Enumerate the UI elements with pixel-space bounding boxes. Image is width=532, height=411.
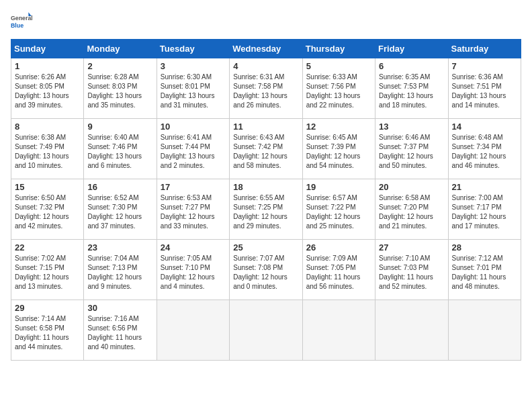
cell-content: Sunrise: 7:12 AMSunset: 7:01 PMDaylight:… — [452, 254, 517, 291]
day-number: 20 — [379, 182, 444, 192]
cell-content: Sunrise: 6:26 AMSunset: 8:05 PMDaylight:… — [15, 73, 80, 110]
day-number: 29 — [15, 303, 80, 313]
calendar-cell: 13Sunrise: 6:46 AMSunset: 7:37 PMDayligh… — [375, 119, 448, 179]
day-number: 6 — [379, 61, 444, 71]
calendar-cell: 29Sunrise: 7:14 AMSunset: 6:58 PMDayligh… — [11, 300, 84, 361]
svg-marker-2 — [28, 12, 31, 16]
cell-content: Sunrise: 6:45 AMSunset: 7:39 PMDaylight:… — [306, 133, 371, 171]
day-number: 3 — [161, 61, 226, 71]
calendar-cell: 6Sunrise: 6:35 AMSunset: 7:53 PMDaylight… — [375, 58, 448, 119]
day-header-saturday: Saturday — [448, 40, 521, 58]
day-number: 15 — [15, 182, 80, 192]
cell-content: Sunrise: 7:07 AMSunset: 7:08 PMDaylight:… — [233, 254, 298, 291]
calendar-cell: 23Sunrise: 7:04 AMSunset: 7:13 PMDayligh… — [84, 240, 157, 300]
day-number: 4 — [233, 61, 298, 71]
calendar-cell — [157, 300, 229, 361]
calendar-cell: 14Sunrise: 6:48 AMSunset: 7:34 PMDayligh… — [448, 119, 521, 179]
cell-content: Sunrise: 6:52 AMSunset: 7:30 PMDaylight:… — [87, 193, 152, 231]
calendar-cell: 12Sunrise: 6:45 AMSunset: 7:39 PMDayligh… — [302, 119, 375, 179]
calendar-cell: 2Sunrise: 6:28 AMSunset: 8:03 PMDaylight… — [84, 58, 157, 119]
calendar-cell — [230, 300, 302, 361]
cell-content: Sunrise: 6:31 AMSunset: 7:58 PMDaylight:… — [233, 73, 298, 110]
calendar-cell: 4Sunrise: 6:31 AMSunset: 7:58 PMDaylight… — [230, 58, 302, 119]
day-number: 11 — [233, 122, 298, 132]
day-number: 10 — [161, 122, 226, 132]
calendar-header-row: SundayMondayTuesdayWednesdayThursdayFrid… — [11, 40, 521, 58]
day-number: 25 — [233, 242, 298, 253]
cell-content: Sunrise: 7:16 AMSunset: 6:56 PMDaylight:… — [87, 314, 152, 352]
calendar-table: SundayMondayTuesdayWednesdayThursdayFrid… — [11, 39, 521, 361]
cell-content: Sunrise: 6:33 AMSunset: 7:56 PMDaylight:… — [306, 73, 371, 110]
day-number: 2 — [87, 61, 152, 71]
calendar-cell: 30Sunrise: 7:16 AMSunset: 6:56 PMDayligh… — [84, 300, 157, 361]
cell-content: Sunrise: 6:40 AMSunset: 7:46 PMDaylight:… — [87, 133, 152, 171]
cell-content: Sunrise: 6:58 AMSunset: 7:20 PMDaylight:… — [379, 193, 444, 231]
logo-icon: General Blue — [11, 11, 32, 32]
calendar-cell: 17Sunrise: 6:53 AMSunset: 7:27 PMDayligh… — [157, 179, 229, 240]
calendar-cell: 22Sunrise: 7:02 AMSunset: 7:15 PMDayligh… — [11, 240, 84, 300]
day-header-tuesday: Tuesday — [157, 40, 229, 58]
day-number: 12 — [306, 122, 371, 132]
day-number: 24 — [161, 242, 226, 253]
cell-content: Sunrise: 6:36 AMSunset: 7:51 PMDaylight:… — [452, 73, 517, 110]
cell-content: Sunrise: 7:00 AMSunset: 7:17 PMDaylight:… — [452, 193, 517, 231]
calendar-cell: 15Sunrise: 6:50 AMSunset: 7:32 PMDayligh… — [11, 179, 84, 240]
cell-content: Sunrise: 7:09 AMSunset: 7:05 PMDaylight:… — [306, 254, 371, 291]
cell-content: Sunrise: 6:53 AMSunset: 7:27 PMDaylight:… — [161, 193, 226, 231]
cell-content: Sunrise: 7:10 AMSunset: 7:03 PMDaylight:… — [379, 254, 444, 291]
calendar-cell: 21Sunrise: 7:00 AMSunset: 7:17 PMDayligh… — [448, 179, 521, 240]
calendar-cell: 28Sunrise: 7:12 AMSunset: 7:01 PMDayligh… — [448, 240, 521, 300]
calendar-cell: 10Sunrise: 6:41 AMSunset: 7:44 PMDayligh… — [157, 119, 229, 179]
cell-content: Sunrise: 7:02 AMSunset: 7:15 PMDaylight:… — [15, 254, 80, 291]
cell-content: Sunrise: 6:30 AMSunset: 8:01 PMDaylight:… — [161, 73, 226, 110]
calendar-cell: 27Sunrise: 7:10 AMSunset: 7:03 PMDayligh… — [375, 240, 448, 300]
cell-content: Sunrise: 7:05 AMSunset: 7:10 PMDaylight:… — [161, 254, 226, 291]
day-number: 14 — [452, 122, 517, 132]
cell-content: Sunrise: 6:35 AMSunset: 7:53 PMDaylight:… — [379, 73, 444, 110]
calendar-cell — [448, 300, 521, 361]
day-header-sunday: Sunday — [11, 40, 84, 58]
day-header-wednesday: Wednesday — [230, 40, 302, 58]
day-number: 21 — [452, 182, 517, 192]
day-number: 5 — [306, 61, 371, 71]
cell-content: Sunrise: 6:43 AMSunset: 7:42 PMDaylight:… — [233, 133, 298, 171]
cell-content: Sunrise: 6:41 AMSunset: 7:44 PMDaylight:… — [161, 133, 226, 171]
calendar-cell: 18Sunrise: 6:55 AMSunset: 7:25 PMDayligh… — [230, 179, 302, 240]
cell-content: Sunrise: 6:48 AMSunset: 7:34 PMDaylight:… — [452, 133, 517, 171]
day-number: 19 — [306, 182, 371, 192]
day-number: 16 — [87, 182, 152, 192]
calendar-cell: 19Sunrise: 6:57 AMSunset: 7:22 PMDayligh… — [302, 179, 375, 240]
day-number: 1 — [15, 61, 80, 71]
day-number: 30 — [87, 303, 152, 313]
calendar-cell: 16Sunrise: 6:52 AMSunset: 7:30 PMDayligh… — [84, 179, 157, 240]
calendar-cell: 11Sunrise: 6:43 AMSunset: 7:42 PMDayligh… — [230, 119, 302, 179]
cell-content: Sunrise: 6:50 AMSunset: 7:32 PMDaylight:… — [15, 193, 80, 231]
day-header-thursday: Thursday — [302, 40, 375, 58]
calendar-week-row: 15Sunrise: 6:50 AMSunset: 7:32 PMDayligh… — [11, 179, 521, 240]
cell-content: Sunrise: 6:57 AMSunset: 7:22 PMDaylight:… — [306, 193, 371, 231]
svg-text:Blue: Blue — [11, 22, 24, 29]
day-number: 9 — [87, 122, 152, 132]
day-header-friday: Friday — [375, 40, 448, 58]
calendar-week-row: 22Sunrise: 7:02 AMSunset: 7:15 PMDayligh… — [11, 240, 521, 300]
day-number: 13 — [379, 122, 444, 132]
calendar-cell: 1Sunrise: 6:26 AMSunset: 8:05 PMDaylight… — [11, 58, 84, 119]
cell-content: Sunrise: 7:04 AMSunset: 7:13 PMDaylight:… — [87, 254, 152, 291]
calendar-cell — [302, 300, 375, 361]
day-header-monday: Monday — [84, 40, 157, 58]
header: General Blue — [11, 11, 521, 32]
calendar-cell: 9Sunrise: 6:40 AMSunset: 7:46 PMDaylight… — [84, 119, 157, 179]
calendar-week-row: 8Sunrise: 6:38 AMSunset: 7:49 PMDaylight… — [11, 119, 521, 179]
day-number: 17 — [161, 182, 226, 192]
cell-content: Sunrise: 6:38 AMSunset: 7:49 PMDaylight:… — [15, 133, 80, 171]
calendar-cell: 3Sunrise: 6:30 AMSunset: 8:01 PMDaylight… — [157, 58, 229, 119]
cell-content: Sunrise: 7:14 AMSunset: 6:58 PMDaylight:… — [15, 314, 80, 352]
cell-content: Sunrise: 6:28 AMSunset: 8:03 PMDaylight:… — [87, 73, 152, 110]
cell-content: Sunrise: 6:55 AMSunset: 7:25 PMDaylight:… — [233, 193, 298, 231]
calendar-cell: 25Sunrise: 7:07 AMSunset: 7:08 PMDayligh… — [230, 240, 302, 300]
calendar-cell — [375, 300, 448, 361]
calendar-cell: 24Sunrise: 7:05 AMSunset: 7:10 PMDayligh… — [157, 240, 229, 300]
calendar-cell: 8Sunrise: 6:38 AMSunset: 7:49 PMDaylight… — [11, 119, 84, 179]
calendar-cell: 20Sunrise: 6:58 AMSunset: 7:20 PMDayligh… — [375, 179, 448, 240]
calendar-cell: 7Sunrise: 6:36 AMSunset: 7:51 PMDaylight… — [448, 58, 521, 119]
